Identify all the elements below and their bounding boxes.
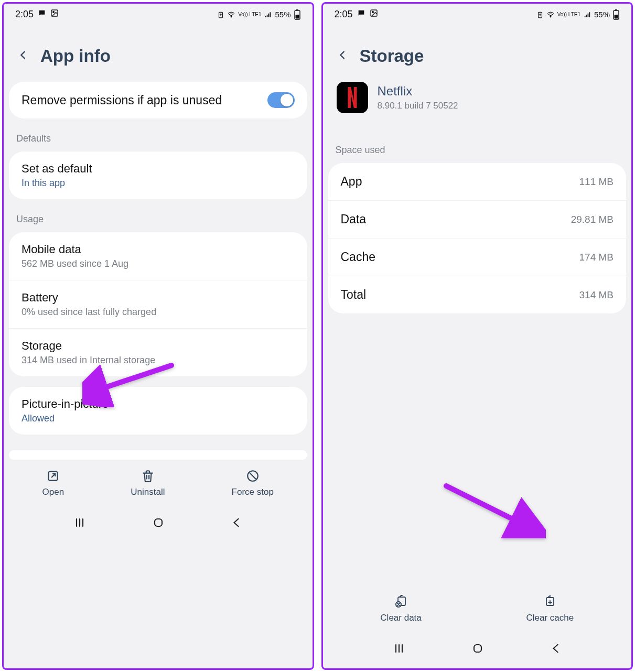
pip-sub: Allowed (21, 413, 109, 424)
svg-rect-5 (296, 9, 298, 10)
space-total-value: 314 MB (579, 289, 614, 301)
image-icon (50, 9, 59, 20)
space-cache-row: Cache 174 MB (328, 238, 627, 276)
remove-permissions-card[interactable]: Remove permissions if app is unused (9, 82, 307, 118)
battery-row[interactable]: Battery 0% used since last fully charged (9, 280, 307, 328)
status-bar: 2:05 Vo)) LTE1 55% (323, 4, 632, 23)
force-stop-label: Force stop (232, 487, 274, 497)
home-button[interactable] (471, 642, 484, 657)
system-nav-bar (323, 628, 632, 668)
page-header: Storage (323, 23, 632, 79)
system-nav-bar (4, 503, 313, 543)
battery-saver-icon (217, 11, 224, 18)
space-app-value: 111 MB (579, 176, 614, 188)
left-screenshot: 2:05 Vo)) LTE1 55% App info Remove permi… (2, 2, 314, 670)
wifi-icon (546, 11, 555, 18)
set-default-row[interactable]: Set as default In this app (9, 151, 307, 199)
app-version: 8.90.1 build 7 50522 (378, 101, 458, 111)
netflix-app-icon (337, 82, 368, 113)
svg-point-12 (550, 16, 551, 17)
svg-point-1 (53, 12, 55, 13)
status-time: 2:05 (335, 9, 353, 20)
clear-cache-label: Clear cache (526, 613, 574, 623)
open-button[interactable]: Open (42, 469, 64, 497)
os-back-button[interactable] (550, 642, 562, 657)
signal-icon (264, 11, 272, 18)
chat-icon (357, 9, 365, 20)
storage-title: Storage (21, 339, 155, 353)
space-total-label: Total (341, 288, 367, 302)
app-name: Netflix (378, 84, 458, 99)
storage-row[interactable]: Storage 314 MB used in Internal storage (9, 328, 307, 376)
page-header: App info (4, 23, 313, 79)
battery-title: Battery (21, 291, 156, 305)
svg-rect-8 (155, 519, 162, 526)
force-stop-button[interactable]: Force stop (232, 469, 274, 497)
battery-icon (294, 9, 301, 20)
space-cache-value: 174 MB (579, 252, 614, 263)
wifi-icon (227, 11, 235, 18)
clear-data-button[interactable]: Clear data (380, 594, 421, 623)
right-screenshot: 2:05 Vo)) LTE1 55% Storage Netflix 8.90.… (321, 2, 633, 670)
battery-icon (612, 9, 620, 20)
mobile-data-sub: 562 MB used since 1 Aug (21, 258, 128, 269)
battery-saver-icon (536, 11, 544, 18)
space-cache-label: Cache (341, 250, 375, 264)
space-used-label: Space used (323, 124, 632, 160)
home-button[interactable] (152, 516, 165, 531)
recents-button[interactable] (73, 516, 86, 531)
space-data-value: 29.81 MB (571, 214, 614, 225)
svg-rect-14 (615, 9, 617, 10)
svg-rect-20 (474, 645, 481, 652)
space-data-row: Data 29.81 MB (328, 200, 627, 238)
clear-data-label: Clear data (380, 613, 421, 623)
space-data-label: Data (341, 212, 367, 226)
usage-section-label: Usage (4, 202, 313, 229)
remove-permissions-toggle[interactable] (267, 92, 295, 108)
signal-icon (583, 11, 591, 18)
battery-percent: 55% (275, 10, 290, 19)
svg-point-3 (231, 16, 232, 17)
battery-sub: 0% used since last fully charged (21, 307, 156, 318)
status-bar: 2:05 Vo)) LTE1 55% (4, 4, 313, 23)
battery-percent: 55% (594, 10, 610, 19)
uninstall-label: Uninstall (131, 487, 165, 497)
defaults-section-label: Defaults (4, 122, 313, 148)
status-time: 2:05 (15, 9, 34, 20)
set-default-sub: In this app (21, 178, 92, 189)
chat-icon (38, 9, 46, 20)
space-total-row: Total 314 MB (328, 276, 627, 313)
svg-rect-6 (295, 15, 299, 19)
bottom-action-bar: Clear data Clear cache (323, 584, 632, 628)
os-back-button[interactable] (231, 516, 242, 531)
svg-point-10 (372, 12, 373, 13)
pip-title: Picture-in-picture (21, 397, 109, 411)
mobile-data-row[interactable]: Mobile data 562 MB used since 1 Aug (9, 232, 307, 280)
open-label: Open (42, 487, 64, 497)
set-default-title: Set as default (21, 162, 92, 176)
storage-sub: 314 MB used in Internal storage (21, 355, 155, 366)
image-icon (370, 9, 378, 20)
recents-button[interactable] (393, 642, 405, 657)
mobile-data-title: Mobile data (21, 243, 128, 256)
page-title: App info (40, 46, 111, 66)
uninstall-button[interactable]: Uninstall (131, 469, 165, 497)
back-button[interactable] (337, 47, 348, 65)
clear-cache-button[interactable]: Clear cache (526, 594, 574, 623)
space-app-label: App (341, 175, 362, 189)
back-button[interactable] (17, 47, 29, 65)
space-app-row: App 111 MB (328, 163, 627, 200)
remove-permissions-label: Remove permissions if app is unused (21, 93, 261, 107)
svg-rect-15 (615, 15, 618, 19)
bottom-action-bar: Open Uninstall Force stop (4, 460, 313, 503)
lte-label: Vo)) LTE1 (238, 12, 261, 17)
lte-label: Vo)) LTE1 (557, 12, 580, 17)
app-info-header: Netflix 8.90.1 build 7 50522 (323, 79, 632, 124)
page-title: Storage (360, 46, 424, 66)
pip-row[interactable]: Picture-in-picture Allowed (9, 387, 307, 435)
